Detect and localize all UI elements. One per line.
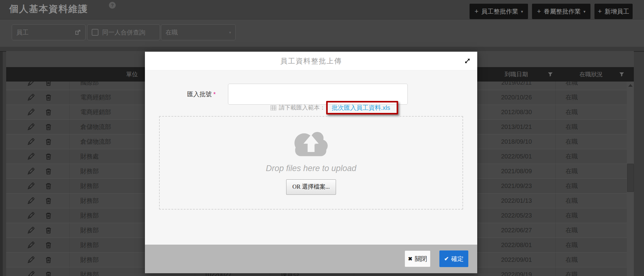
expand-dialog-icon[interactable] bbox=[464, 57, 471, 65]
template-download-row: 請下載匯入範本： 批次匯入員工資料.xls bbox=[270, 99, 398, 116]
x-icon: ✖ bbox=[408, 256, 412, 262]
cell-status: 在職 bbox=[555, 149, 627, 164]
delete-trash-icon[interactable] bbox=[44, 108, 53, 116]
cell-hire-date: 2022/09/01 bbox=[477, 253, 555, 267]
plus-icon: + bbox=[537, 7, 541, 15]
template-download-link[interactable]: 批次匯入員工資料.xls bbox=[332, 104, 390, 112]
edit-pencil-icon[interactable] bbox=[27, 93, 35, 102]
row-actions bbox=[10, 238, 69, 252]
file-dropzone[interactable]: Drop files here to upload OR 選擇檔案... bbox=[159, 116, 463, 210]
delete-trash-icon[interactable] bbox=[44, 82, 53, 87]
delete-trash-icon[interactable] bbox=[44, 256, 53, 264]
plus-icon: + bbox=[474, 7, 478, 15]
template-hint-text: 請下載匯入範本： bbox=[279, 104, 326, 112]
delete-trash-icon[interactable] bbox=[44, 123, 53, 131]
status-dropdown-value: 在職 bbox=[166, 28, 178, 37]
add-employee-button[interactable]: + 新增員工 bbox=[594, 4, 633, 19]
row-actions bbox=[10, 194, 69, 208]
edit-pencil-icon[interactable] bbox=[27, 211, 35, 220]
plus-icon: + bbox=[598, 7, 602, 15]
merge-query-label: 同一人合併查詢 bbox=[102, 28, 145, 37]
cell-status: 在職 bbox=[555, 253, 627, 267]
column-header-status[interactable]: 在職狀況 bbox=[555, 67, 627, 82]
dialog-title: 員工資料整批上傳 bbox=[145, 52, 477, 70]
dialog-footer: ✖ 關閉 ✔ 確定 bbox=[145, 245, 477, 273]
cell-hire-date: 2022/05/23 bbox=[477, 208, 555, 223]
row-actions bbox=[10, 208, 69, 223]
annotation-red-box: 批次匯入員工資料.xls bbox=[326, 101, 398, 114]
status-dropdown[interactable]: 在職 ▾ bbox=[161, 24, 236, 40]
close-button[interactable]: ✖ 關閉 bbox=[405, 250, 430, 267]
delete-trash-icon[interactable] bbox=[44, 241, 53, 249]
edit-pencil-icon[interactable] bbox=[27, 152, 35, 161]
spreadsheet-icon bbox=[270, 105, 276, 110]
cell-hire-date: 2018/09/10 bbox=[477, 134, 555, 149]
delete-trash-icon[interactable] bbox=[44, 226, 53, 234]
cell-hire-date: 2021/09/23 bbox=[477, 179, 555, 193]
edit-pencil-icon[interactable] bbox=[27, 182, 35, 190]
edit-pencil-icon[interactable] bbox=[27, 82, 35, 87]
employee-search-placeholder: 員工 bbox=[16, 28, 29, 37]
column-header-hire-date[interactable]: 到職日期 bbox=[477, 67, 555, 82]
cell-status: 在職 bbox=[555, 164, 627, 178]
batch-upload-dialog: 員工資料整批上傳 匯入批號* 請下載匯入範本： 批次匯入員工資料.xls bbox=[145, 52, 477, 273]
cell-hire-date: 2022/09/19 bbox=[477, 267, 555, 276]
add-employee-label: 新增員工 bbox=[605, 7, 629, 16]
required-asterisk: * bbox=[213, 91, 216, 98]
row-actions bbox=[10, 134, 69, 149]
chevron-down-icon: ▾ bbox=[583, 9, 586, 14]
row-actions bbox=[10, 267, 69, 276]
delete-trash-icon[interactable] bbox=[44, 93, 53, 102]
scrollbar-up-arrow-icon[interactable] bbox=[628, 84, 633, 87]
delete-trash-icon[interactable] bbox=[44, 270, 53, 276]
cell-hire-date: 2021/08/09 bbox=[477, 164, 555, 178]
merge-query-checkbox[interactable] bbox=[92, 29, 98, 36]
browse-files-button[interactable]: OR 選擇檔案... bbox=[286, 179, 336, 195]
dropzone-hint-text: Drop files here to upload bbox=[160, 164, 462, 173]
merge-query-checkbox-group: 同一人合併查詢 bbox=[87, 24, 160, 40]
delete-trash-icon[interactable] bbox=[44, 167, 53, 175]
edit-pencil-icon[interactable] bbox=[27, 270, 35, 276]
cell-hire-date: 2022/05/01 bbox=[477, 149, 555, 164]
edit-pencil-icon[interactable] bbox=[27, 108, 35, 116]
edit-pencil-icon[interactable] bbox=[27, 226, 35, 234]
external-link-icon[interactable] bbox=[75, 29, 81, 35]
dependent-batch-menu-button[interactable]: + 眷屬整批作業 ▾ bbox=[532, 4, 590, 19]
page-title: 個人基本資料維護 bbox=[9, 3, 88, 15]
filter-funnel-icon[interactable] bbox=[619, 72, 624, 77]
vertical-scrollbar[interactable] bbox=[627, 82, 634, 276]
scrollbar-thumb[interactable] bbox=[627, 164, 634, 192]
help-icon[interactable]: ? bbox=[109, 2, 116, 9]
cell-hire-date: 2020/10/26 bbox=[477, 90, 555, 105]
cell-hire-date: 2013/01/21 bbox=[477, 120, 555, 134]
cell-status: 在職 bbox=[555, 120, 627, 134]
delete-trash-icon[interactable] bbox=[44, 138, 53, 146]
cell-status: 在職 bbox=[555, 105, 627, 119]
row-actions bbox=[10, 149, 69, 164]
cell-hire-date: 2022/01/13 bbox=[477, 194, 555, 208]
edit-pencil-icon[interactable] bbox=[27, 138, 35, 146]
employee-batch-menu-button[interactable]: + 員工整批作業 ▾ bbox=[470, 4, 528, 19]
edit-pencil-icon[interactable] bbox=[27, 256, 35, 264]
confirm-button[interactable]: ✔ 確定 bbox=[439, 250, 468, 267]
row-actions bbox=[10, 120, 69, 134]
chevron-down-icon: ▾ bbox=[229, 30, 231, 35]
delete-trash-icon[interactable] bbox=[44, 197, 53, 205]
employee-search-input[interactable]: 員工 bbox=[12, 24, 86, 40]
edit-pencil-icon[interactable] bbox=[27, 197, 35, 205]
edit-pencil-icon[interactable] bbox=[27, 123, 35, 131]
row-actions bbox=[10, 90, 69, 105]
delete-trash-icon[interactable] bbox=[44, 211, 53, 220]
edit-pencil-icon[interactable] bbox=[27, 167, 35, 175]
filter-funnel-icon[interactable] bbox=[548, 72, 553, 77]
close-button-label: 關閉 bbox=[415, 255, 427, 263]
cell-hire-date: 2022/06/27 bbox=[477, 223, 555, 238]
dialog-header: 員工資料整批上傳 bbox=[145, 52, 477, 70]
row-actions bbox=[10, 179, 69, 193]
cloud-upload-icon bbox=[160, 127, 462, 159]
cell-status: 在職 bbox=[555, 238, 627, 252]
delete-trash-icon[interactable] bbox=[44, 152, 53, 161]
delete-trash-icon[interactable] bbox=[44, 182, 53, 190]
edit-pencil-icon[interactable] bbox=[27, 241, 35, 249]
cell-hire-date: 2012/08/30 bbox=[477, 105, 555, 119]
